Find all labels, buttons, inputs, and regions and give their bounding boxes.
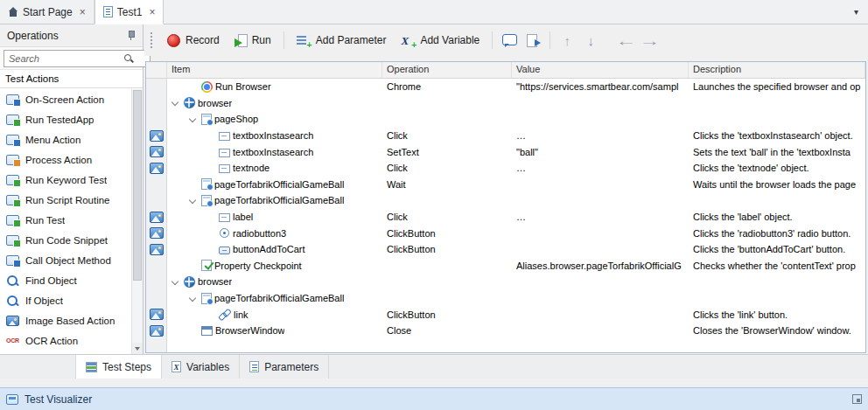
tab-variables[interactable]: X Variables [162,355,240,379]
move-left-button[interactable]: ← [615,30,636,51]
record-button[interactable]: Record [161,31,226,50]
operation-item-find-object[interactable]: Find Object [0,270,131,290]
visualizer-image-icon[interactable] [150,163,164,174]
visualizer-image-icon[interactable] [150,244,164,255]
visualizer-image-icon[interactable] [150,325,164,337]
operations-scrollbar[interactable] [131,89,143,354]
visualizer-image-icon[interactable] [150,212,164,223]
column-header-item[interactable]: Item [167,62,382,78]
run-code-snippet-icon [6,235,19,246]
search-row [0,47,143,70]
operation-item-run-test[interactable]: Run Test [0,210,131,230]
value-cell: "https://services.smartbear.com/sampl [512,79,689,95]
table-row[interactable]: BrowserWindowCloseCloses the 'BrowserWin… [146,323,865,339]
run-test-icon [6,215,19,226]
row-gutter [146,177,167,193]
operation-item-label: Run Code Snippet [25,235,108,246]
description-cell: Waits until the browser loads the page [689,177,865,193]
operation-item-if-object[interactable]: If Object [0,290,131,310]
collapse-expander-icon[interactable] [187,293,199,304]
table-row[interactable]: Property CheckpointAliases.browser.pageT… [146,258,865,274]
tab-start-page[interactable]: Start Page × [0,0,94,24]
run-script-routine-icon [6,195,19,205]
toolbar-separator [492,31,493,49]
operation-item-on-screen-action[interactable]: On-Screen Action [0,89,131,109]
document-tab-bar: Start Page × Test1 × ▾ [0,0,868,24]
tab-list-dropdown-icon[interactable]: ▾ [854,7,858,17]
chrome-icon [201,81,213,93]
table-row[interactable]: radiobutton3ClickButtonClicks the 'radio… [146,225,865,241]
visualizer-image-icon[interactable] [150,130,164,142]
column-header-description[interactable]: Description [689,62,865,78]
search-icon[interactable] [124,54,134,64]
table-row[interactable]: textboxInstasearchClick…Clicks the 'text… [146,128,865,144]
add-comment-button[interactable] [499,30,520,51]
run-button[interactable]: Run [228,31,277,50]
toolbar-drag-handle[interactable] [150,32,154,48]
operation-item-menu-action[interactable]: Menu Action [0,129,131,149]
table-row[interactable]: pageTorfabrikOfficialGameBall [146,192,865,209]
operation-item-label: OCR Action [25,336,78,346]
table-row[interactable]: textnodeClick…Clicks the 'textnode' obje… [146,160,865,177]
column-header-operation[interactable]: Operation [382,62,512,78]
panel-dock-icon[interactable] [852,394,862,404]
operation-item-run-code-snippet[interactable]: Run Code Snippet [0,230,131,250]
checkpoint-document-icon [526,34,540,47]
test-actions-group-header[interactable]: Test Actions [0,70,143,88]
move-right-button[interactable]: → [639,30,660,51]
operation-cell [382,274,512,290]
column-header-value[interactable]: Value [512,62,689,78]
tab-parameters[interactable]: Parameters [240,355,329,379]
add-checkpoint-button[interactable] [522,30,543,51]
table-row[interactable]: pageTorfabrikOfficialGameBall [146,290,865,307]
tab-test1[interactable]: Test1 × [94,0,164,24]
pin-icon[interactable] [126,30,136,41]
operation-cell: Click [382,160,512,177]
table-row[interactable]: pageShop [146,111,865,128]
scrollbar-thumb[interactable] [133,90,142,281]
table-row[interactable]: browser [146,95,865,112]
close-icon[interactable]: × [149,8,155,17]
move-down-button[interactable]: ↓ [580,30,601,51]
operation-item-run-keyword-test[interactable]: Run Keyword Test [0,170,131,190]
group-header-label: Test Actions [5,73,59,84]
value-cell [512,323,689,339]
table-row[interactable]: linkClickButtonClicks the 'link' button. [146,306,865,323]
collapse-expander-icon[interactable] [170,97,181,108]
globe-icon [184,276,195,288]
collapse-expander-icon[interactable] [187,195,199,206]
page-icon [201,114,212,125]
table-row[interactable]: textboxInstasearchSetText"ball"Sets the … [146,143,865,160]
scroll-down-icon[interactable] [132,343,143,354]
close-icon[interactable]: × [80,8,86,17]
operation-item-run-script-routine[interactable]: Run Script Routine [0,190,131,210]
table-row[interactable]: labelClick…Clicks the 'label' object. [146,209,865,226]
operation-item-call-object-method[interactable]: Call Object Method [0,250,131,270]
window-icon [201,326,213,336]
operation-item-image-based-action[interactable]: Image Based Action [0,310,131,330]
table-row[interactable]: Run BrowserChrome"https://services.smart… [146,79,865,95]
move-up-button[interactable]: ↑ [556,30,578,51]
row-gutter [146,258,167,274]
row-gutter [146,306,167,323]
operation-cell [382,258,512,274]
visualizer-image-icon[interactable] [150,146,164,157]
operation-item-process-action[interactable]: Process Action [0,149,131,170]
visualizer-image-icon[interactable] [150,309,164,320]
tab-test-steps[interactable]: Test Steps [75,355,162,379]
table-row[interactable]: buttonAddToCartClickButtonClicks the 'bu… [146,241,865,258]
collapse-expander-icon[interactable] [170,276,181,288]
collapse-expander-icon[interactable] [187,114,199,125]
add-parameter-button[interactable]: + Add Parameter [290,31,393,50]
operation-item-ocr-action[interactable]: OCROCR Action [0,330,131,351]
table-row[interactable]: pageTorfabrikOfficialGameBallWaitWaits u… [146,177,865,193]
checkpoint-icon [201,260,212,271]
operation-item-label: Run TestedApp [25,115,94,125]
page-icon [201,195,212,206]
operation-item-run-testedapp[interactable]: Run TestedApp [0,109,131,129]
add-variable-button[interactable]: X+ Add Variable [395,31,486,50]
description-cell [689,95,865,112]
table-row[interactable]: browser [146,274,865,290]
run-icon [234,34,247,47]
visualizer-image-icon[interactable] [150,227,164,239]
